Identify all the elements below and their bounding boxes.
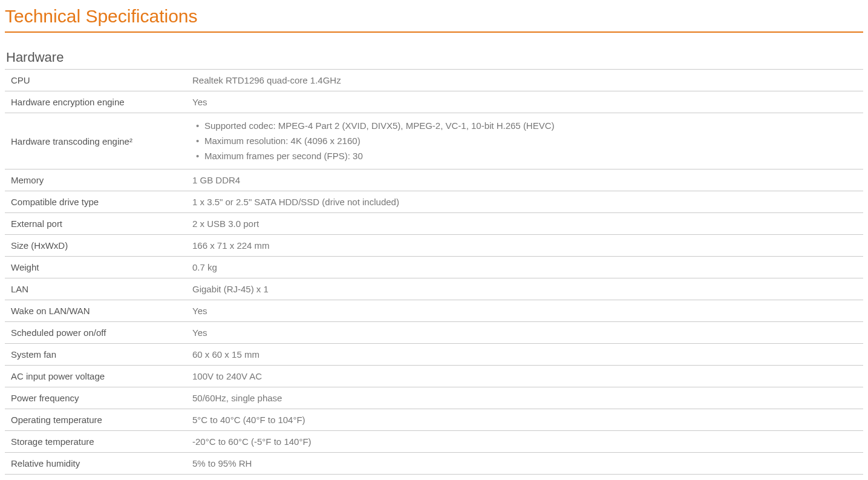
spec-value: Gigabit (RJ-45) x 1 <box>186 278 863 300</box>
spec-label: Operating temperature <box>5 409 186 431</box>
spec-value: Yes <box>186 322 863 344</box>
spec-label: Storage temperature <box>5 431 186 453</box>
spec-label: CPU <box>5 70 186 91</box>
table-row: Maximum operating altitude5,000 m (16,40… <box>5 475 863 480</box>
spec-value: 5% to 95% RH <box>186 453 863 475</box>
spec-value: Yes <box>186 91 863 113</box>
spec-value: 100V to 240V AC <box>186 366 863 387</box>
spec-label: System fan <box>5 344 186 366</box>
spec-value-list: Supported codec: MPEG-4 Part 2 (XVID, DI… <box>192 119 857 163</box>
table-row: Storage temperature-20°C to 60°C (-5°F t… <box>5 431 863 453</box>
table-row: Operating temperature5°C to 40°C (40°F t… <box>5 409 863 431</box>
spec-table: CPURealtek RTD1296 quad-core 1.4GHzHardw… <box>5 69 863 480</box>
table-row: Hardware encryption engineYes <box>5 91 863 113</box>
spec-label: LAN <box>5 278 186 300</box>
spec-value: 166 x 71 x 224 mm <box>186 235 863 257</box>
spec-label: AC input power voltage <box>5 366 186 387</box>
table-row: AC input power voltage100V to 240V AC <box>5 366 863 387</box>
list-item: Supported codec: MPEG-4 Part 2 (XVID, DI… <box>192 119 857 134</box>
table-row: CPURealtek RTD1296 quad-core 1.4GHz <box>5 70 863 91</box>
table-row: System fan60 x 60 x 15 mm <box>5 344 863 366</box>
spec-value: 1 x 3.5" or 2.5" SATA HDD/SSD (drive not… <box>186 191 863 213</box>
spec-value: Supported codec: MPEG-4 Part 2 (XVID, DI… <box>186 113 863 169</box>
page-title: Technical Specifications <box>5 6 863 33</box>
spec-label: Size (HxWxD) <box>5 235 186 257</box>
table-row: Wake on LAN/WANYes <box>5 300 863 322</box>
spec-label: Scheduled power on/off <box>5 322 186 344</box>
table-row: Power frequency50/60Hz, single phase <box>5 387 863 409</box>
spec-label: Hardware transcoding engine² <box>5 113 186 169</box>
spec-value: 60 x 60 x 15 mm <box>186 344 863 366</box>
section-heading: Hardware <box>5 50 863 65</box>
spec-label: Memory <box>5 169 186 191</box>
table-row: Memory1 GB DDR4 <box>5 169 863 191</box>
spec-label: Power frequency <box>5 387 186 409</box>
spec-value: -20°C to 60°C (-5°F to 140°F) <box>186 431 863 453</box>
spec-value: 1 GB DDR4 <box>186 169 863 191</box>
spec-label: Weight <box>5 257 186 278</box>
spec-label: Wake on LAN/WAN <box>5 300 186 322</box>
table-row: Compatible drive type1 x 3.5" or 2.5" SA… <box>5 191 863 213</box>
spec-value: 2 x USB 3.0 port <box>186 213 863 235</box>
list-item: Maximum frames per second (FPS): 30 <box>192 149 857 164</box>
spec-value: 0.7 kg <box>186 257 863 278</box>
table-row: Scheduled power on/offYes <box>5 322 863 344</box>
table-row: Hardware transcoding engine²Supported co… <box>5 113 863 169</box>
spec-value: Yes <box>186 300 863 322</box>
spec-value: 5°C to 40°C (40°F to 104°F) <box>186 409 863 431</box>
table-row: Size (HxWxD)166 x 71 x 224 mm <box>5 235 863 257</box>
spec-label: Maximum operating altitude <box>5 475 186 480</box>
spec-label: External port <box>5 213 186 235</box>
spec-value: 50/60Hz, single phase <box>186 387 863 409</box>
table-row: Relative humidity5% to 95% RH <box>5 453 863 475</box>
table-row: LANGigabit (RJ-45) x 1 <box>5 278 863 300</box>
table-row: Weight0.7 kg <box>5 257 863 278</box>
spec-value: Realtek RTD1296 quad-core 1.4GHz <box>186 70 863 91</box>
spec-value: 5,000 m (16,400 ft) <box>186 475 863 480</box>
spec-label: Compatible drive type <box>5 191 186 213</box>
spec-label: Relative humidity <box>5 453 186 475</box>
list-item: Maximum resolution: 4K (4096 x 2160) <box>192 134 857 149</box>
spec-label: Hardware encryption engine <box>5 91 186 113</box>
table-row: External port2 x USB 3.0 port <box>5 213 863 235</box>
